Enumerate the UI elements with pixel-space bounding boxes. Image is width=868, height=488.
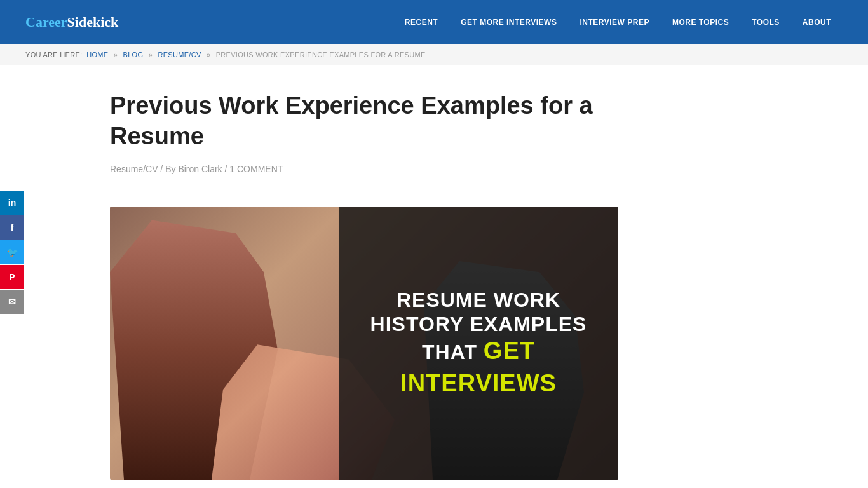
social-email-button[interactable]: ✉ <box>0 290 24 314</box>
main-content: Previous Work Experience Examples for a … <box>59 65 809 488</box>
image-overlay: RESUME WORKHISTORY EXAMPLESTHAT GET INTE… <box>339 207 618 480</box>
meta-author-link[interactable]: Biron Clark <box>178 164 222 174</box>
social-facebook-button[interactable]: f <box>0 215 24 240</box>
meta-comments-link[interactable]: 1 COMMENT <box>229 164 283 174</box>
breadcrumb-resume-cv[interactable]: RESUME/CV <box>158 51 201 58</box>
featured-image-container: RESUME WORKHISTORY EXAMPLESTHAT GET INTE… <box>110 207 618 480</box>
email-icon: ✉ <box>8 297 16 307</box>
featured-image: RESUME WORKHISTORY EXAMPLESTHAT GET INTE… <box>110 207 618 480</box>
nav-item-tools[interactable]: TOOLS <box>740 0 791 44</box>
nav-item-about[interactable]: ABOUT <box>791 0 843 44</box>
breadcrumb: YOU ARE HERE: HOME » BLOG » RESUME/CV » … <box>0 44 868 65</box>
social-twitter-button[interactable]: 🐦 <box>0 240 24 264</box>
nav-item-get-more-interviews[interactable]: GET MORE INTERVIEWS <box>449 0 568 44</box>
linkedin-icon: in <box>8 198 16 208</box>
logo-sidekick-text: Sidekick <box>67 14 119 30</box>
social-pinterest-button[interactable]: P <box>0 265 24 289</box>
meta-separator1: / <box>160 164 165 174</box>
breadcrumb-current: PREVIOUS WORK EXPERIENCE EXAMPLES FOR A … <box>216 51 426 58</box>
main-nav: RECENT GET MORE INTERVIEWS INTERVIEW PRE… <box>393 0 843 44</box>
meta-category-link[interactable]: Resume/CV <box>110 164 158 174</box>
image-text-highlight-get: GET <box>484 337 535 364</box>
breadcrumb-blog[interactable]: BLOG <box>123 51 144 58</box>
breadcrumb-sep2: » <box>149 51 153 58</box>
nav-item-recent[interactable]: RECENT <box>393 0 449 44</box>
breadcrumb-home[interactable]: HOME <box>86 51 108 58</box>
facebook-icon: f <box>11 222 14 233</box>
nav-item-interview-prep[interactable]: INTERVIEW PREP <box>568 0 660 44</box>
site-logo[interactable]: Career Sidekick <box>25 14 118 30</box>
social-sidebar: in f 🐦 P ✉ <box>0 191 24 315</box>
article-title: Previous Work Experience Examples for a … <box>110 91 606 151</box>
image-text-main: RESUME WORKHISTORY EXAMPLESTHAT GET <box>370 288 587 365</box>
twitter-icon: 🐦 <box>7 247 18 257</box>
breadcrumb-sep3: » <box>207 51 210 58</box>
article-divider <box>110 187 669 187</box>
pinterest-icon: P <box>9 272 15 282</box>
meta-by: By <box>165 164 175 174</box>
logo-career-text: Career <box>25 14 67 30</box>
image-text-highlight-interviews: INTERVIEWS <box>400 369 557 398</box>
site-header: Career Sidekick RECENT GET MORE INTERVIE… <box>0 0 868 44</box>
breadcrumb-sep1: » <box>114 51 118 58</box>
article-meta: Resume/CV / By Biron Clark / 1 COMMENT <box>110 164 771 174</box>
nav-item-more-topics[interactable]: MORE TOPICS <box>661 0 740 44</box>
social-linkedin-button[interactable]: in <box>0 191 24 215</box>
breadcrumb-prefix: YOU ARE HERE: <box>25 51 82 58</box>
